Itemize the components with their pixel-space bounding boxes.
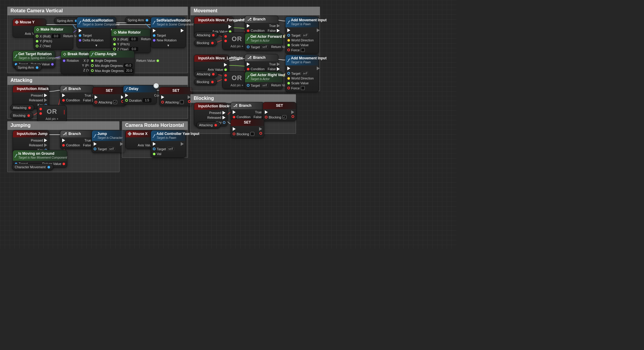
- pin-exec-in[interactable]: [161, 95, 184, 99]
- node-branch-jumping[interactable]: ⎇Branch Condition True False: [60, 130, 94, 149]
- pin-out-value[interactable]: [292, 115, 294, 118]
- pin-exec-out[interactable]: [317, 28, 320, 32]
- node-clamp-angle[interactable]: Clamp Angle Angle Degrees Min Angle Degr…: [89, 50, 135, 75]
- pin-in-a[interactable]: [39, 108, 42, 110]
- checkbox-unchecked[interactable]: [180, 100, 184, 104]
- node-branch-attacking[interactable]: ⎇Branch Condition True False: [60, 85, 94, 104]
- expand-toggle[interactable]: ▼: [151, 44, 186, 48]
- node-set-relative-rotation[interactable]: SetRelativeRotationTarget is Scene Compo…: [151, 17, 186, 48]
- pin-pressed[interactable]: Pressed: [31, 139, 47, 142]
- pin-rotation[interactable]: Rotation: [63, 59, 79, 62]
- pin-force[interactable]: Force: [287, 48, 314, 52]
- pin-force[interactable]: Force: [287, 86, 314, 90]
- pin-true[interactable]: True: [269, 62, 280, 66]
- pin-exec-in[interactable]: [233, 127, 254, 131]
- pin-exec-in[interactable]: [62, 139, 80, 142]
- pin-exec-out[interactable]: [224, 63, 227, 67]
- pin-in-b[interactable]: [39, 112, 42, 115]
- pin-new-rotation[interactable]: New Rotation: [153, 38, 177, 42]
- node-add-controller-yaw-input[interactable]: Add Controller Yaw InputTarget is Pawn T…: [151, 130, 186, 158]
- checkbox-unchecked[interactable]: [301, 86, 305, 90]
- pin-in-a[interactable]: [224, 74, 227, 77]
- pill-blocking-mv2[interactable]: Blocking: [194, 79, 217, 85]
- pill-character-movement[interactable]: Character Movement: [12, 164, 53, 170]
- pin-target[interactable]: Targetself: [247, 45, 268, 49]
- pin-false[interactable]: False: [268, 29, 280, 32]
- pin-y-pitch[interactable]: Y (Pitch): [36, 39, 60, 43]
- pin-out-value[interactable]: [259, 132, 262, 135]
- pin-released[interactable]: Released: [207, 116, 225, 119]
- pin-var-attacking[interactable]: Attacking✓: [95, 100, 117, 104]
- pin-in-b[interactable]: [224, 40, 227, 42]
- pin-return-value[interactable]: Return Value: [136, 59, 159, 62]
- checkbox-unchecked[interactable]: [250, 132, 254, 136]
- pin-exec-in[interactable]: [287, 28, 314, 32]
- pin-exec-in[interactable]: [95, 95, 117, 99]
- node-add-movement-input-2[interactable]: Add Movement InputTarget is Pawn Targets…: [285, 55, 319, 92]
- pin-in-b[interactable]: [224, 79, 227, 81]
- pin-angle-degrees[interactable]: Angle Degrees: [91, 59, 133, 62]
- pin-out[interactable]: [64, 110, 65, 115]
- pin-min-angle[interactable]: Min Angle Degrees45.0: [91, 64, 133, 67]
- pin-var-blocking[interactable]: Blocking✓: [265, 115, 286, 119]
- checkbox-unchecked[interactable]: [301, 48, 305, 52]
- node-set-blocking-false[interactable]: SET Blocking: [231, 119, 264, 138]
- node-set-attacking-true[interactable]: SET Attacking✓: [92, 87, 126, 106]
- expand-toggle[interactable]: ▼: [77, 44, 116, 48]
- pin-target[interactable]: Target: [153, 34, 177, 37]
- pin-scale-value[interactable]: Scale Value: [287, 43, 314, 47]
- node-or-1[interactable]: OR Add pin +: [37, 105, 67, 123]
- pin-pressed[interactable]: Pressed: [209, 111, 225, 115]
- pin-exec-out[interactable]: [181, 29, 184, 32]
- node-make-rotator-2[interactable]: ◇Make Rotator X (Roll)0.0 Y (Pitch) Z (Y…: [111, 29, 151, 53]
- node-delay[interactable]: 🕑 Delay Duration1.5 Completed: [123, 85, 157, 104]
- pin-exec-in[interactable]: [265, 110, 286, 114]
- pin-target[interactable]: Targetself: [287, 71, 314, 75]
- node-set-blocking-true[interactable]: SET Blocking✓: [263, 102, 296, 121]
- pin-exec-in[interactable]: [233, 110, 250, 114]
- pin-duration[interactable]: Duration1.5: [125, 98, 151, 102]
- pin-exec-out[interactable]: [317, 67, 320, 70]
- pill-attacking-mv1[interactable]: Attacking: [194, 32, 218, 38]
- pin-target[interactable]: Targetself: [153, 147, 174, 151]
- pill-attacking-mv2[interactable]: Attacking: [194, 71, 218, 77]
- pill-spring-arm-3[interactable]: Spring Arm: [15, 64, 42, 71]
- pin-exec-in[interactable]: [153, 29, 177, 32]
- pin-exec-in[interactable]: [125, 94, 151, 97]
- pin-condition[interactable]: Condition: [247, 67, 265, 71]
- pin-var-attacking[interactable]: Attacking: [161, 100, 184, 104]
- pin-val[interactable]: Val: [153, 152, 174, 156]
- pill-blocking-1[interactable]: Blocking: [10, 112, 33, 119]
- pill-attacking-1[interactable]: Attacking: [10, 104, 34, 111]
- pin-exec-in[interactable]: [79, 29, 104, 32]
- pin-exec-in[interactable]: [153, 142, 174, 146]
- pin-exec-in[interactable]: [62, 94, 80, 97]
- pin-exec-in[interactable]: [247, 24, 265, 28]
- node-add-movement-input-1[interactable]: Add Movement InputTarget is Pawn Targets…: [285, 16, 319, 54]
- node-get-actor-forward-vector[interactable]: Get Actor Forward VectorTarget is Actor …: [245, 33, 283, 51]
- pin-max-angle[interactable]: Max Angle Degrees20.0: [91, 69, 133, 73]
- node-jump[interactable]: JumpTarget is Character Targetself: [92, 130, 125, 153]
- pin-condition[interactable]: Condition: [247, 29, 265, 32]
- pin-condition[interactable]: Condition: [62, 143, 80, 147]
- pill-blocking-mv1[interactable]: Blocking: [194, 40, 217, 46]
- pin-pressed[interactable]: Pressed: [31, 94, 47, 97]
- pin-exec-out[interactable]: [259, 127, 262, 131]
- add-pin-button[interactable]: Add pin +: [40, 117, 64, 121]
- node-branch-mv2[interactable]: ⎇Branch Condition True False: [245, 54, 278, 73]
- pin-world-direction[interactable]: World Direction: [287, 38, 314, 42]
- pill-attacking-blk[interactable]: Attacking: [196, 122, 220, 128]
- pin-z-yaw[interactable]: Z (Yaw): [36, 44, 60, 48]
- node-add-local-rotation[interactable]: AddLocalRotationTarget is Scene Componen…: [77, 17, 116, 48]
- pin-delta-rotation[interactable]: Delta Rotation: [79, 38, 104, 42]
- pin-scale-value[interactable]: Scale Value: [287, 81, 314, 85]
- node-set-attacking-false[interactable]: SET Attacking: [159, 87, 193, 106]
- pin-released[interactable]: Released: [29, 143, 47, 147]
- pin-exec-out[interactable]: [291, 110, 294, 114]
- pin-target[interactable]: Targetself: [247, 83, 268, 87]
- pin-exec-out[interactable]: [228, 25, 231, 28]
- pin-x-roll[interactable]: X (Roll)0.0: [36, 34, 60, 38]
- checkbox-checked[interactable]: ✓: [283, 115, 286, 119]
- pin-target[interactable]: Target: [79, 34, 104, 37]
- pin-exec-in[interactable]: [247, 62, 265, 66]
